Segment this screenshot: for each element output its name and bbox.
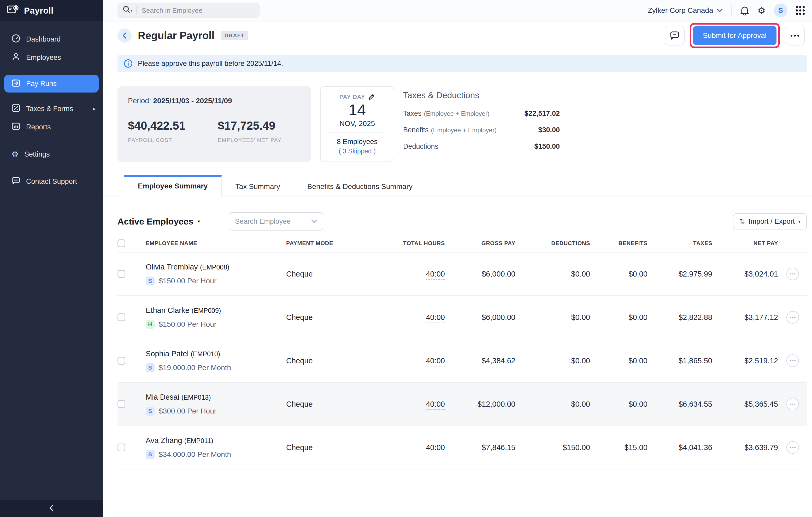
col-taxes: TAXES — [647, 240, 712, 247]
sidebar-item-label: Employees — [26, 54, 61, 62]
sidebar-item-taxes-forms[interactable]: Taxes & Forms ▸ — [0, 100, 103, 118]
caret-down-icon: ▾ — [799, 219, 801, 224]
employee-name[interactable]: Sophia Patel (EMP010) — [146, 350, 286, 358]
payroll-cost-label: PAYROLL COST — [128, 137, 185, 143]
page-title: Regular Payroll — [138, 30, 214, 42]
gross-pay: $7,846.15 — [445, 443, 515, 452]
row-checkbox[interactable] — [117, 270, 125, 278]
taxes-row: Taxes (Employee + Employer) $22,517.02 — [403, 108, 560, 118]
banner-text: Please approve this payroll before 2025/… — [138, 60, 283, 68]
table-toolbar: Active Employees ▾ ⇅ Import / Export ▾ — [117, 212, 807, 230]
info-icon — [124, 59, 133, 68]
row-actions-button[interactable] — [786, 311, 799, 324]
select-all-checkbox[interactable] — [117, 239, 125, 247]
total-hours[interactable]: 40:00 — [426, 270, 445, 280]
tab-employee-summary[interactable]: Employee Summary — [124, 175, 222, 197]
bell-icon — [740, 5, 749, 16]
sidebar: Payroll Dashboard Employees — [0, 0, 103, 517]
submit-for-approval-button[interactable]: Submit for Approval — [693, 26, 777, 45]
employee-filter-dropdown[interactable]: Active Employees ▾ — [117, 216, 200, 227]
row-checkbox[interactable] — [117, 443, 125, 452]
taxes: $2,975.99 — [647, 270, 712, 278]
submenu-arrow-icon: ▸ — [93, 106, 95, 112]
apps-grid-icon[interactable] — [796, 6, 805, 15]
sidebar-item-employees[interactable]: Employees — [0, 49, 103, 66]
row-checkbox[interactable] — [117, 357, 125, 364]
tab-tax-summary[interactable]: Tax Summary — [222, 177, 294, 196]
skipped-employees-link[interactable]: ( 3 Skipped ) — [321, 147, 394, 155]
employee-name[interactable]: Olivia Tremblay (EMP008) — [146, 263, 286, 271]
main-area: ▾ Zylker Corp Canada ⚙ — [103, 0, 812, 517]
deductions: $150.00 — [515, 443, 590, 452]
payment-mode: Cheque — [286, 270, 375, 278]
gear-icon: ⚙ — [758, 5, 765, 16]
global-search-input[interactable] — [142, 6, 255, 15]
net-pay: $3,639.79 — [712, 443, 778, 452]
user-avatar[interactable]: S — [774, 4, 787, 17]
dashboard-icon — [11, 34, 20, 45]
employee-name[interactable]: Ava Zhang (EMP011) — [146, 436, 286, 445]
back-button[interactable] — [117, 28, 132, 43]
employee-name[interactable]: Ethan Clarke (EMP009) — [146, 306, 286, 315]
comment-icon — [670, 31, 679, 40]
chevron-left-icon — [122, 32, 127, 39]
total-hours[interactable]: 40:00 — [426, 356, 445, 366]
sidebar-item-label: Reports — [26, 123, 51, 131]
row-actions-button[interactable] — [786, 398, 799, 410]
row-actions-button[interactable] — [786, 354, 799, 367]
sidebar-item-pay-runs[interactable]: Pay Runs — [4, 75, 99, 92]
sidebar-collapse-button[interactable] — [0, 500, 103, 517]
total-hours[interactable]: 40:00 — [426, 400, 445, 410]
row-checkbox[interactable] — [117, 400, 125, 408]
tab-benefits-deductions-summary[interactable]: Benefits & Deductions Summary — [294, 177, 426, 196]
benefits-row: Benefits (Employee + Employer) $30.00 — [403, 125, 560, 134]
import-export-button[interactable]: ⇅ Import / Export ▾ — [733, 213, 807, 229]
status-badge: DRAFT — [221, 31, 248, 40]
employee-name[interactable]: Mia Desai (EMP013) — [146, 393, 286, 402]
sidebar-item-settings[interactable]: ⚙ Settings — [0, 145, 103, 163]
employee-filter-label: Active Employees — [117, 216, 194, 227]
period-card: Period: 2025/11/03 - 2025/11/09 $40,422.… — [117, 86, 311, 162]
sidebar-item-label: Dashboard — [26, 35, 61, 44]
table-bottom-border — [117, 469, 807, 488]
edit-pencil-icon[interactable] — [368, 93, 375, 100]
settings-button[interactable]: ⚙ — [758, 5, 765, 16]
period-label: Period: — [128, 97, 151, 105]
annotation-highlight-box: Submit for Approval — [690, 23, 780, 48]
global-search[interactable]: ▾ — [117, 3, 260, 18]
net-pay: $2,519.12 — [712, 356, 778, 365]
notifications-button[interactable] — [740, 5, 749, 16]
table-row: Sophia Patel (EMP010) S$19,000.00 Per Mo… — [117, 339, 807, 383]
row-actions-button[interactable] — [786, 268, 799, 280]
taxes-deductions-title: Taxes & Deductions — [403, 90, 560, 100]
row-actions-button[interactable] — [786, 441, 799, 454]
taxes: $2,822.88 — [647, 313, 712, 322]
sidebar-item-contact-support[interactable]: Contact Support — [0, 172, 103, 190]
avatar-initial: S — [778, 6, 783, 15]
row-checkbox[interactable] — [117, 314, 125, 321]
deductions: $0.00 — [515, 356, 590, 365]
employee-type-badge: H — [146, 320, 154, 329]
sidebar-item-dashboard[interactable]: Dashboard — [0, 30, 103, 48]
total-hours[interactable]: 40:00 — [426, 313, 445, 323]
payment-mode: Cheque — [286, 356, 375, 365]
total-hours[interactable]: 40:00 — [426, 443, 445, 453]
divider — [328, 133, 386, 133]
tabs-bar: Employee Summary Tax Summary Benefits & … — [103, 175, 812, 197]
org-selector[interactable]: Zylker Corp Canada — [648, 6, 723, 15]
gross-pay: $4,384.62 — [445, 356, 515, 365]
approval-banner: Please approve this payroll before 2025/… — [117, 55, 807, 72]
sidebar-item-label: Pay Runs — [26, 80, 57, 88]
payment-mode: Cheque — [286, 313, 375, 322]
taxes: $4,041.36 — [647, 443, 712, 452]
comments-button[interactable] — [665, 26, 685, 46]
sidebar-item-reports[interactable]: Reports — [0, 118, 103, 136]
pay-rate: $300.00 Per Hour — [159, 407, 216, 415]
table-row: Mia Desai (EMP013) S$300.00 Per Hour Che… — [117, 383, 807, 426]
net-pay: $3,177.12 — [712, 313, 778, 322]
search-scope-caret-icon[interactable]: ▾ — [130, 8, 133, 12]
search-employee-select[interactable] — [229, 212, 323, 230]
search-employee-input[interactable] — [235, 217, 298, 225]
gross-pay: $12,000.00 — [445, 400, 515, 409]
more-options-button[interactable] — [785, 26, 805, 46]
